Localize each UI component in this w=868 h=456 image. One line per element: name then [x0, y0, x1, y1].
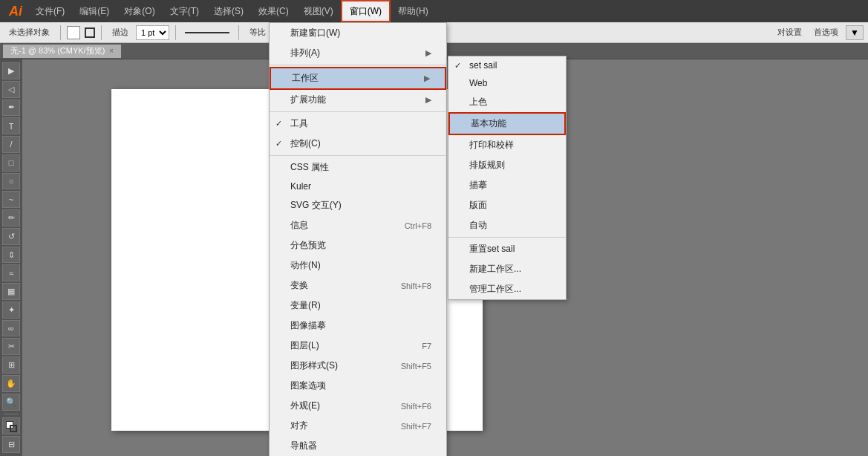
ws-auto[interactable]: 自动	[448, 215, 566, 235]
stroke-line	[185, 32, 229, 33]
ws-painting[interactable]: 描摹	[448, 175, 566, 195]
document-tab[interactable]: 无-1 @ 83% (CMYK/预览) ×	[3, 45, 121, 58]
menu-workspace[interactable]: 工作区 ▶	[270, 67, 446, 90]
tool-gradient[interactable]: ▦	[2, 283, 20, 300]
menu-edit[interactable]: 编辑(E)	[72, 0, 117, 22]
sep-3	[270, 155, 446, 156]
ws-print-proof[interactable]: 打印和校样	[448, 135, 566, 155]
tool-scissors[interactable]: ✂	[2, 338, 20, 355]
tool-direct-select[interactable]: ◁	[2, 81, 20, 98]
screen-mode-btn[interactable]: ⊟	[2, 436, 20, 453]
menu-text[interactable]: 文字(T)	[163, 0, 206, 22]
menu-extensions[interactable]: 扩展功能 ▶	[270, 90, 446, 110]
tool-scale[interactable]: ⇕	[2, 247, 20, 264]
menu-help[interactable]: 帮助(H)	[391, 0, 436, 22]
image-trace-label: 图像描摹	[290, 319, 326, 332]
ws-reset[interactable]: 重置set sail	[448, 239, 566, 259]
toolbar-sep-3	[175, 25, 176, 40]
menu-variables[interactable]: 变量(R)	[270, 296, 446, 316]
menu-tools[interactable]: ✓ 工具	[270, 114, 446, 134]
app-logo: Ai	[3, 4, 28, 19]
tab-label: 无-1 @ 83% (CMYK/预览)	[10, 45, 105, 56]
tool-blend[interactable]: ∞	[2, 320, 20, 337]
workspace-arrow: ▶	[424, 74, 430, 83]
tool-zoom[interactable]: 🔍	[2, 394, 20, 411]
menu-navigator[interactable]: 导航器	[270, 436, 446, 456]
menu-appearance[interactable]: 外观(E) Shift+F6	[270, 396, 446, 416]
toolbar-sep-4	[238, 25, 239, 40]
fill-swatch[interactable]	[67, 26, 80, 39]
tool-warp[interactable]: ≈	[2, 264, 20, 281]
ws-color[interactable]: 上色	[448, 92, 566, 112]
menu-transform[interactable]: 变换 Shift+F8	[270, 276, 446, 296]
transform-label: 变换	[290, 279, 308, 292]
tool-hand[interactable]: ✋	[2, 375, 20, 392]
graphic-styles-shortcut: Shift+F5	[386, 362, 431, 371]
tool-line[interactable]: /	[2, 136, 20, 153]
layers-label: 图层(L)	[290, 339, 319, 352]
workspace-label: 工作区	[292, 72, 319, 85]
align-shortcut: Shift+F7	[386, 422, 431, 431]
menu-css-props[interactable]: CSS 属性	[270, 157, 446, 177]
menu-sep-preview[interactable]: 分色预览	[270, 235, 446, 255]
stroke-label: 描边	[108, 25, 133, 39]
tools-label: 工具	[290, 117, 308, 130]
tools-check: ✓	[275, 119, 282, 128]
more-btn[interactable]: ▼	[846, 25, 864, 40]
menu-file[interactable]: 文件(F)	[28, 0, 72, 22]
auto-label: 自动	[469, 219, 487, 232]
ws-web[interactable]: Web	[448, 74, 566, 92]
toolbox: ▶ ◁ ✒ T / □ ○ ~ ✏ ↺ ⇕ ≈ ▦ ✦ ∞ ✂ ⊞ ✋ 🔍 ⊟	[0, 59, 22, 456]
ws-manage[interactable]: 管理工作区...	[448, 279, 566, 299]
tool-artboard[interactable]: ⊞	[2, 356, 20, 374]
tool-select[interactable]: ▶	[2, 62, 20, 79]
tool-brush[interactable]: ~	[2, 191, 20, 208]
menu-control[interactable]: ✓ 控制(C)	[270, 134, 446, 154]
window-menu-dropdown: 新建窗口(W) 排列(A) ▶ 工作区 ▶ 扩展功能 ▶ ✓ 工具	[269, 59, 447, 456]
new-workspace-label: 新建工作区...	[469, 263, 521, 276]
tool-type[interactable]: T	[2, 117, 20, 134]
graphic-styles-label: 图形样式(S)	[290, 359, 338, 372]
manage-workspace-label: 管理工作区...	[469, 283, 521, 296]
ws-typography[interactable]: 排版规则	[448, 155, 566, 175]
extensions-arrow: ▶	[425, 95, 431, 105]
menu-layers[interactable]: 图层(L) F7	[270, 336, 446, 356]
print-proof-label: 打印和校样	[469, 139, 514, 152]
tool-pencil[interactable]: ✏	[2, 209, 20, 227]
menu-arrange[interactable]: 排列(A) ▶	[270, 59, 446, 63]
tab-close-btn[interactable]: ×	[109, 47, 114, 55]
menu-artboard[interactable]: 图案选项	[270, 376, 446, 396]
ws-layout[interactable]: 版面	[448, 195, 566, 215]
menu-info[interactable]: 信息 Ctrl+F8	[270, 215, 446, 235]
menu-window[interactable]: 窗口(W)	[341, 0, 391, 22]
appearance-label: 外观(E)	[290, 400, 320, 412]
ws-basic[interactable]: 基本功能	[448, 112, 566, 135]
sep-1	[270, 65, 446, 65]
menu-view[interactable]: 视图(V)	[296, 0, 341, 22]
menu-image-trace[interactable]: 图像描摹	[270, 316, 446, 336]
fill-stroke-btn[interactable]	[2, 417, 20, 434]
stroke-select[interactable]: 1 pt	[136, 25, 169, 40]
menu-action[interactable]: 动作(N)	[270, 255, 446, 276]
prefs-btn[interactable]: 首选项	[809, 25, 843, 39]
tool-pen[interactable]: ✒	[2, 100, 20, 117]
menu-object[interactable]: 对象(O)	[117, 0, 162, 22]
tool-rotate[interactable]: ↺	[2, 228, 20, 245]
menu-kuler[interactable]: Kuler	[270, 177, 446, 195]
layout-label: 版面	[469, 199, 487, 212]
menu-select[interactable]: 选择(S)	[206, 0, 251, 22]
tool-rect[interactable]: □	[2, 154, 20, 172]
menu-graphic-styles[interactable]: 图形样式(S) Shift+F5	[270, 356, 446, 376]
menu-svg-interact[interactable]: SVG 交互(Y)	[270, 195, 446, 215]
menu-align[interactable]: 对齐 Shift+F7	[270, 416, 446, 436]
align-label: 对齐	[290, 420, 308, 432]
tool-ellipse[interactable]: ○	[2, 173, 20, 190]
tool-eyedropper[interactable]: ✦	[2, 302, 20, 319]
ws-new[interactable]: 新建工作区...	[448, 259, 566, 279]
settings-btn[interactable]: 对设置	[773, 25, 806, 39]
typography-label: 排版规则	[469, 159, 505, 172]
stroke-swatch[interactable]	[85, 27, 95, 38]
ws-set-sail[interactable]: ✓ set sail	[448, 59, 566, 74]
info-label: 信息	[290, 219, 308, 232]
menu-effect[interactable]: 效果(C)	[251, 0, 296, 22]
